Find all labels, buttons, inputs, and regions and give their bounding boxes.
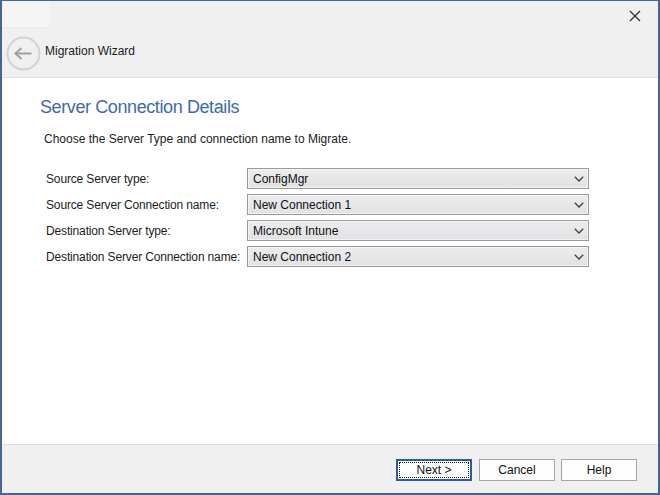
help-button-label: Help bbox=[587, 463, 612, 477]
close-icon bbox=[629, 10, 641, 22]
chevron-down-icon bbox=[574, 254, 584, 260]
source-connection-name-value: New Connection 1 bbox=[253, 198, 351, 212]
destination-connection-name-value: New Connection 2 bbox=[253, 250, 351, 264]
page-description: Choose the Server Type and connection na… bbox=[44, 133, 351, 145]
close-button[interactable] bbox=[622, 5, 648, 27]
chevron-down-icon bbox=[574, 176, 584, 182]
source-server-type-select[interactable]: ConfigMgr bbox=[247, 168, 589, 189]
next-button[interactable]: Next > bbox=[396, 459, 472, 481]
cancel-button-label: Cancel bbox=[498, 463, 535, 477]
destination-server-type-label: Destination Server type: bbox=[46, 221, 170, 242]
wizard-title: Migration Wizard bbox=[45, 45, 135, 57]
form-row-source-server-type: Source Server type: ConfigMgr bbox=[0, 168, 660, 189]
next-button-label: Next > bbox=[416, 463, 451, 477]
source-connection-name-select[interactable]: New Connection 1 bbox=[247, 194, 589, 215]
destination-server-type-select[interactable]: Microsoft Intune bbox=[247, 220, 589, 241]
form-row-destination-connection-name: Destination Server Connection name: New … bbox=[0, 246, 660, 267]
cancel-button[interactable]: Cancel bbox=[479, 459, 555, 481]
source-server-type-label: Source Server type: bbox=[46, 169, 149, 190]
destination-connection-name-select[interactable]: New Connection 2 bbox=[247, 246, 589, 267]
destination-server-type-value: Microsoft Intune bbox=[253, 224, 338, 238]
migration-wizard-window: Migration Wizard Server Connection Detai… bbox=[0, 0, 660, 495]
destination-connection-name-label: Destination Server Connection name: bbox=[46, 247, 240, 268]
back-button[interactable] bbox=[5, 35, 42, 72]
help-button[interactable]: Help bbox=[561, 459, 637, 481]
chevron-down-icon bbox=[574, 228, 584, 234]
source-server-type-value: ConfigMgr bbox=[253, 172, 308, 186]
source-connection-name-label: Source Server Connection name: bbox=[46, 195, 219, 216]
window-chrome-top: Migration Wizard bbox=[0, 0, 660, 78]
page-heading: Server Connection Details bbox=[40, 98, 239, 116]
form-row-source-connection-name: Source Server Connection name: New Conne… bbox=[0, 194, 660, 215]
titlebar-icon-area bbox=[1, 1, 50, 28]
back-arrow-icon bbox=[5, 35, 42, 72]
form-row-destination-server-type: Destination Server type: Microsoft Intun… bbox=[0, 220, 660, 241]
chevron-down-icon bbox=[574, 202, 584, 208]
